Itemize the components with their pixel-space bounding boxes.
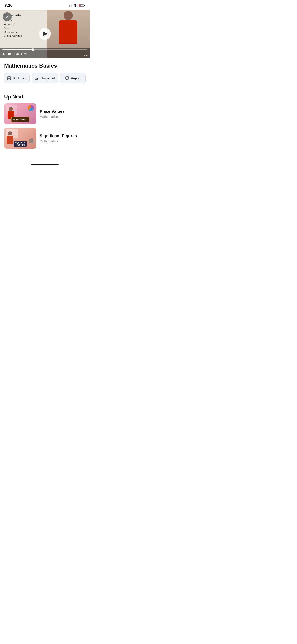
thumbnail-place-values: Place Values [4, 104, 36, 124]
signal-icon [68, 4, 72, 7]
time-display: 6:20 / 17:27 [14, 53, 27, 56]
volume-button[interactable] [8, 52, 12, 56]
fullscreen-button[interactable] [84, 52, 88, 56]
bookmark-button[interactable]: Bookmark [4, 73, 30, 84]
video-card-subject-2: Mathematics [40, 139, 86, 143]
close-button[interactable]: ✕ [3, 12, 12, 21]
controls-left: 6:20 / 17:27 [2, 52, 27, 56]
svg-rect-2 [70, 4, 70, 7]
divider [0, 89, 90, 89]
progress-dot [32, 48, 34, 51]
video-card-title-1: Place Values [40, 109, 86, 114]
play-icon [43, 32, 48, 36]
thumb-person-2 [6, 131, 13, 144]
video-info-place-values: Place Values Mathematics [40, 109, 86, 118]
wifi-icon [73, 4, 77, 7]
thumb-body-2 [7, 136, 13, 144]
svg-rect-6 [84, 5, 85, 6]
thumbnail-sig-fig: SignificantFIGURES [4, 128, 36, 148]
action-buttons: Bookmark Download Report [4, 73, 86, 84]
progress-fill [2, 49, 33, 50]
report-button[interactable]: Report [60, 73, 86, 84]
bar-chart-decoration [30, 138, 34, 144]
presenter-body [59, 20, 77, 44]
video-card-sig-fig[interactable]: SignificantFIGURES Significant Figures M… [4, 128, 86, 148]
bookmark-icon [7, 76, 11, 80]
thumb-place-values-bg: Place Values [4, 104, 36, 124]
up-next-title: Up Next [4, 94, 86, 100]
presenter-head [64, 11, 73, 20]
video-info-sig-fig: Significant Figures Mathematics [40, 134, 86, 143]
home-bar [31, 164, 59, 166]
svg-rect-0 [68, 6, 68, 7]
video-controls: 6:20 / 17:27 [0, 48, 90, 58]
battery-icon [79, 4, 85, 7]
video-card-title-2: Significant Figures [40, 134, 86, 138]
svg-marker-8 [3, 53, 5, 56]
download-icon [35, 76, 39, 80]
svg-rect-13 [66, 77, 68, 79]
svg-marker-9 [8, 53, 10, 56]
thumb-label-place-values: Place Values [11, 117, 30, 122]
report-icon [65, 76, 69, 80]
close-icon: ✕ [6, 15, 9, 19]
thumb-head-1 [9, 107, 13, 111]
thumb-sig-fig-bg: SignificantFIGURES [4, 128, 36, 148]
status-time: 8:26 [4, 3, 12, 8]
thumb-label-sig-fig: SignificantFIGURES [14, 141, 27, 147]
thumb-head-2 [8, 131, 12, 136]
download-button[interactable]: Download [32, 73, 58, 84]
pie-decoration [28, 105, 34, 112]
svg-rect-3 [71, 4, 72, 7]
video-player[interactable]: Mathematics Numbers Shape □ ▽ Data Measu… [0, 10, 90, 58]
report-label: Report [71, 76, 80, 80]
svg-point-4 [75, 6, 76, 7]
wb-item-2: Shape □ ▽ [4, 22, 48, 26]
video-card-subject-1: Mathematics [40, 115, 86, 118]
video-card-place-values[interactable]: Place Values Place Values Mathematics [4, 104, 86, 124]
download-label: Download [40, 76, 55, 80]
home-indicator [0, 162, 90, 167]
play-button[interactable] [39, 28, 51, 40]
svg-rect-7 [79, 5, 81, 6]
bookmark-label: Bookmark [13, 76, 27, 80]
status-bar: 8:26 [0, 0, 90, 10]
svg-rect-1 [69, 5, 70, 7]
status-icons [68, 4, 85, 7]
progress-track[interactable] [2, 49, 88, 50]
controls-row: 6:20 / 17:27 [2, 52, 88, 56]
play-pause-button[interactable] [2, 52, 6, 56]
video-title: Mathematics Basics [4, 63, 86, 69]
content-area: Mathematics Basics Bookmark Download [0, 58, 90, 157]
